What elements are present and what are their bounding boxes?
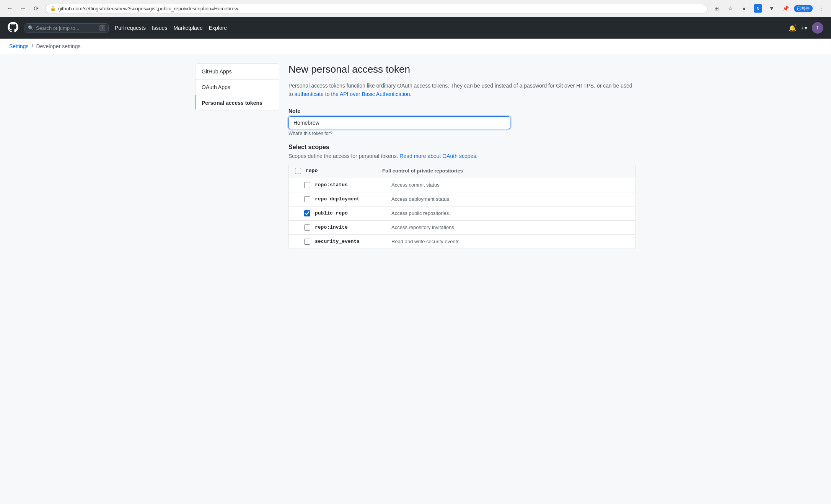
scope-row-public-repo: public_repo Access public repositories <box>289 206 635 221</box>
dropdown-arrow-icon: ▾ <box>805 25 807 31</box>
scope-name-repo: repo <box>306 168 382 174</box>
sidebar-item-label: OAuth Apps <box>202 84 230 90</box>
extension-icon: N <box>754 4 762 13</box>
translate-button[interactable]: ⊞ <box>711 3 722 14</box>
bookmark-button[interactable]: ☆ <box>725 3 736 14</box>
scope-checkbox-public-repo[interactable] <box>304 210 310 216</box>
scope-checkbox-repo[interactable] <box>295 168 301 174</box>
plus-icon: + <box>801 25 804 31</box>
browser-actions: ⊞ ☆ ● N ▼ 📌 已暂停 ⋮ <box>711 3 826 14</box>
note-hint: What's this token for? <box>288 131 636 136</box>
more-button[interactable]: ⋮ <box>816 3 826 14</box>
scope-desc-repo: Full control of private repositories <box>382 168 463 174</box>
scopes-table: repo Full control of private repositorie… <box>288 164 636 249</box>
breadcrumb-separator: / <box>32 43 33 49</box>
address-bar[interactable]: 🔒 github.com/settings/tokens/new?scopes=… <box>45 4 707 13</box>
note-form-group: Note What's this token for? <box>288 108 636 136</box>
search-icon: 🔍 <box>28 25 34 31</box>
scope-desc-repo-status: Access commit status <box>391 182 440 188</box>
section-title: Select scopes <box>288 144 636 151</box>
browser-chrome: ← → ⟳ 🔒 github.com/settings/tokens/new?s… <box>0 0 831 17</box>
paused-badge: 已暂停 <box>794 5 813 12</box>
scope-row-repo-invite: repo:invite Access repository invitation… <box>289 221 635 235</box>
oauth-scopes-link[interactable]: Read more about OAuth scopes. <box>399 153 477 159</box>
new-menu-button[interactable]: + ▾ <box>801 25 807 31</box>
header-nav: Pull requests Issues Marketplace Explore <box>115 25 782 31</box>
sidebar-item-github-apps[interactable]: GitHub Apps <box>196 64 279 80</box>
content-area: New personal access token Personal acces… <box>288 63 636 257</box>
github-header: 🔍 / Pull requests Issues Marketplace Exp… <box>0 17 831 39</box>
nav-issues[interactable]: Issues <box>152 25 167 31</box>
extension-button-2[interactable]: N <box>753 3 763 14</box>
scope-name-repo-status: repo:status <box>315 182 391 188</box>
scope-name-repo-invite: repo:invite <box>315 224 391 230</box>
header-right: 🔔 + ▾ T <box>789 22 823 34</box>
scope-row-security-events: security_events Read and write security … <box>289 235 635 249</box>
user-avatar-button[interactable]: T <box>812 22 823 34</box>
page-title: New personal access token <box>288 63 636 75</box>
sidebar: GitHub Apps OAuth Apps Personal access t… <box>195 63 279 111</box>
sidebar-item-label: GitHub Apps <box>202 68 232 75</box>
section-desc: Scopes define the access for personal to… <box>288 153 636 159</box>
breadcrumb-settings-link[interactable]: Settings <box>9 43 29 49</box>
scope-row-repo-status: repo:status Access commit status <box>289 178 635 192</box>
notification-dot <box>794 24 797 27</box>
sidebar-item-oauth-apps[interactable]: OAuth Apps <box>196 80 279 95</box>
breadcrumb-bar: Settings / Developer settings <box>0 39 831 54</box>
nav-marketplace[interactable]: Marketplace <box>173 25 202 31</box>
scope-checkbox-repo-deployment[interactable] <box>304 196 310 202</box>
reload-button[interactable]: ⟳ <box>31 3 41 14</box>
scope-desc-public-repo: Access public repositories <box>391 210 449 216</box>
back-button[interactable]: ← <box>5 3 15 14</box>
scope-checkbox-security-events[interactable] <box>304 239 310 245</box>
scope-name-public-repo: public_repo <box>315 210 391 216</box>
scope-checkbox-repo-status[interactable] <box>304 182 310 188</box>
lock-icon: 🔒 <box>50 6 56 11</box>
scope-row-repo: repo Full control of private repositorie… <box>289 164 635 178</box>
extension-button-4[interactable]: 📌 <box>780 3 791 14</box>
breadcrumb-current: Developer settings <box>36 43 80 49</box>
note-label: Note <box>288 108 636 114</box>
description-link[interactable]: authenticate to the API over Basic Authe… <box>295 91 410 97</box>
breadcrumb: Settings / Developer settings <box>9 43 822 49</box>
header-search[interactable]: 🔍 / <box>24 23 109 33</box>
page-description: Personal access tokens function like ord… <box>288 81 633 99</box>
section-desc-text: Scopes define the access for personal to… <box>288 153 399 159</box>
url-text: github.com/settings/tokens/new?scopes=gi… <box>58 6 702 11</box>
browser-nav-buttons: ← → ⟳ <box>5 3 41 14</box>
avatar-initials: T <box>816 25 819 31</box>
sidebar-item-label: Personal access tokens <box>202 100 262 106</box>
note-input[interactable] <box>288 116 510 129</box>
extension-button-3[interactable]: ▼ <box>766 3 777 14</box>
scope-desc-repo-invite: Access repository invitations <box>391 224 454 230</box>
sidebar-item-personal-access-tokens[interactable]: Personal access tokens <box>196 95 279 111</box>
scope-name-repo-deployment: repo_deployment <box>315 196 391 202</box>
select-scopes-group: Select scopes Scopes define the access f… <box>288 144 636 249</box>
nav-explore[interactable]: Explore <box>209 25 227 31</box>
scope-name-security-events: security_events <box>315 239 391 244</box>
description-end: . <box>410 91 412 97</box>
extension-button[interactable]: ● <box>739 3 750 14</box>
notifications-button[interactable]: 🔔 <box>789 24 796 32</box>
main-container: GitHub Apps OAuth Apps Personal access t… <box>186 63 645 257</box>
scope-desc-security-events: Read and write security events <box>391 239 459 244</box>
scope-row-repo-deployment: repo_deployment Access deployment status <box>289 192 635 206</box>
github-logo[interactable] <box>8 22 18 34</box>
slash-key-badge: / <box>99 25 105 31</box>
search-input[interactable] <box>36 25 97 31</box>
nav-pull-requests[interactable]: Pull requests <box>115 25 146 31</box>
scope-desc-repo-deployment: Access deployment status <box>391 196 449 202</box>
forward-button[interactable]: → <box>18 3 28 14</box>
scope-checkbox-repo-invite[interactable] <box>304 224 310 231</box>
